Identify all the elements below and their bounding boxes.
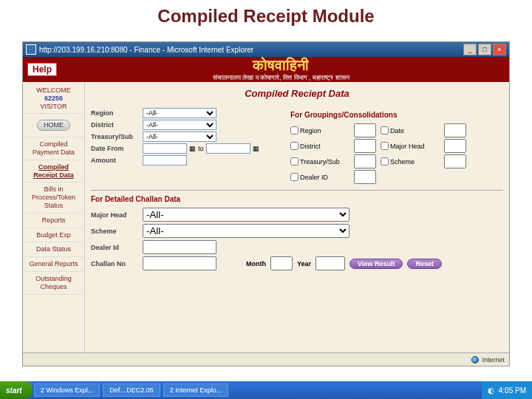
region-label: Region	[91, 109, 143, 117]
ck-date[interactable]	[381, 126, 389, 134]
to-label: to	[198, 145, 204, 152]
window-controls: _ □ ×	[463, 44, 506, 55]
maximize-button[interactable]: □	[478, 44, 491, 55]
home-wrapper: HOME	[24, 114, 83, 137]
sidebar-item-general-reports[interactable]: General Reports	[24, 257, 83, 272]
status-text: Internet	[482, 356, 505, 364]
ck-region-val[interactable]	[354, 123, 376, 137]
brand-subtitle: संचालनालय लेखा व कोषागारे, वित्त विभाग ,…	[57, 74, 505, 82]
filter-form: Region -All- District -All- Treasury/Sub…	[91, 106, 283, 185]
top-form: Region -All- District -All- Treasury/Sub…	[91, 106, 503, 185]
region-select[interactable]: -All-	[143, 108, 216, 118]
ck-majorhead-label: Major Head	[390, 143, 425, 150]
ck-district-val[interactable]	[354, 139, 376, 153]
main-panel: Compiled Reciept Data Region -All- Distr…	[85, 82, 509, 354]
ck-district[interactable]	[290, 142, 299, 150]
ck-date-val[interactable]	[444, 123, 466, 137]
detail-title: For Detailed Challan Data	[91, 195, 503, 203]
amount-label: Amount	[91, 157, 143, 164]
system-tray[interactable]: ◐ 4:05 PM	[482, 381, 532, 399]
ck-majorhead-val[interactable]	[444, 139, 466, 153]
sidebar-item-data-status[interactable]: Data Status	[24, 242, 83, 257]
minimize-button[interactable]: _	[463, 44, 477, 55]
sidebar-item-budget-exp[interactable]: Budget Exp	[24, 228, 83, 243]
taskbar-item-def[interactable]: Def…DEC2.05	[103, 383, 160, 397]
page-heading: Compiled Reciept Data	[91, 88, 503, 99]
app-banner: Help कोषवाहिनी संचालनालय लेखा व कोषागारे…	[23, 57, 509, 82]
sidebar-item-bills-in-process[interactable]: Bills in Process/Token Status	[24, 183, 83, 213]
reset-button[interactable]: Reset	[407, 259, 442, 269]
start-label: start	[6, 386, 22, 395]
sidebar-item-compiled-payment[interactable]: Compiled Payment Data	[24, 137, 83, 160]
slide-title: Compiled Receipt Module	[0, 0, 532, 41]
dealer-label: Dealer Id	[91, 244, 143, 251]
taskbar-item-explorer[interactable]: 2 Windows Expl...	[34, 383, 100, 397]
window-title: http://203.199.16.210:8080 - Finance - M…	[39, 46, 463, 54]
taskbar-item-ie[interactable]: 2 Internet Explo...	[163, 383, 229, 397]
district-select[interactable]: -All-	[143, 120, 216, 130]
statusbar: Internet	[23, 352, 509, 366]
scheme-label: Scheme	[91, 228, 143, 235]
challan-label: Challan No	[91, 260, 143, 267]
visitor-label: VISITOR	[41, 103, 67, 110]
welcome-block: WELCOME 62256 VISITOR	[24, 83, 83, 114]
year-input[interactable]	[316, 256, 345, 270]
calendar-icon-from[interactable]: ▦	[189, 145, 196, 152]
sidebar-item-reports[interactable]: Reports	[24, 214, 83, 228]
sidebar: WELCOME 62256 VISITOR HOME Compiled Paym…	[23, 82, 85, 354]
tray-icon: ◐	[488, 386, 494, 395]
banner-center: कोषवाहिनी संचालनालय लेखा व कोषागारे, वित…	[57, 57, 505, 82]
year-label: Year	[297, 260, 311, 267]
date-to-input[interactable]	[206, 143, 250, 154]
district-label: District	[91, 121, 143, 129]
ck-scheme-val[interactable]	[444, 154, 466, 168]
home-button[interactable]: HOME	[37, 120, 70, 131]
ck-treasury-label: Treasury/Sub	[300, 158, 340, 166]
content-area: WELCOME 62256 VISITOR HOME Compiled Paym…	[23, 82, 509, 354]
calendar-icon-to[interactable]: ▦	[253, 145, 259, 152]
majorhead-select[interactable]: -All-	[143, 208, 349, 222]
treasury-label: Treasury/Sub	[91, 133, 143, 140]
ck-scheme[interactable]	[381, 157, 389, 166]
groupings-panel: For Groupings/Consolidations Region Date…	[283, 106, 503, 185]
taskbar: start 2 Windows Expl... Def…DEC2.05 2 In…	[0, 381, 532, 399]
browser-window: http://203.199.16.210:8080 - Finance - M…	[22, 41, 510, 366]
brand-logo-text: कोषवाहिनी	[57, 57, 505, 74]
titlebar: http://203.199.16.210:8080 - Finance - M…	[23, 42, 509, 57]
welcome-label: WELCOME	[36, 86, 71, 94]
visitor-count: 62256	[44, 95, 63, 102]
ck-majorhead[interactable]	[381, 142, 389, 150]
dealer-input[interactable]	[143, 240, 216, 254]
clock: 4:05 PM	[499, 386, 526, 395]
internet-icon	[471, 356, 479, 364]
ck-treasury[interactable]	[290, 157, 299, 166]
ck-scheme-label: Scheme	[390, 158, 415, 166]
month-label: Month	[246, 260, 266, 267]
date-from-label: Date From	[91, 145, 143, 152]
majorhead-label: Major Head	[91, 211, 143, 219]
groupings-title: For Groupings/Consolidations	[290, 111, 503, 119]
ck-district-label: District	[300, 143, 321, 150]
view-result-button[interactable]: View Result	[349, 259, 403, 269]
ck-date-label: Date	[390, 127, 404, 134]
scheme-select[interactable]: -All-	[143, 224, 349, 238]
close-button[interactable]: ×	[493, 44, 506, 55]
treasury-select[interactable]: -All-	[143, 132, 216, 142]
ck-dealer-label: Dealer ID	[300, 174, 328, 181]
start-button[interactable]: start	[0, 381, 33, 399]
challan-input[interactable]	[143, 256, 216, 270]
ck-dealer-val[interactable]	[354, 170, 376, 184]
ck-region-label: Region	[300, 127, 321, 134]
month-input[interactable]	[270, 256, 293, 270]
sidebar-item-compiled-receipt[interactable]: Compiled Receipt Data	[24, 160, 83, 183]
help-button[interactable]: Help	[27, 63, 57, 76]
sidebar-item-outstanding-cheques[interactable]: Outstanding Cheques	[24, 272, 83, 295]
date-from-input[interactable]	[143, 143, 187, 154]
ck-dealer[interactable]	[290, 173, 299, 181]
ck-treasury-val[interactable]	[354, 154, 376, 168]
divider	[91, 190, 503, 191]
ck-region[interactable]	[290, 126, 299, 134]
ie-icon	[26, 44, 36, 55]
amount-input[interactable]	[143, 155, 187, 166]
